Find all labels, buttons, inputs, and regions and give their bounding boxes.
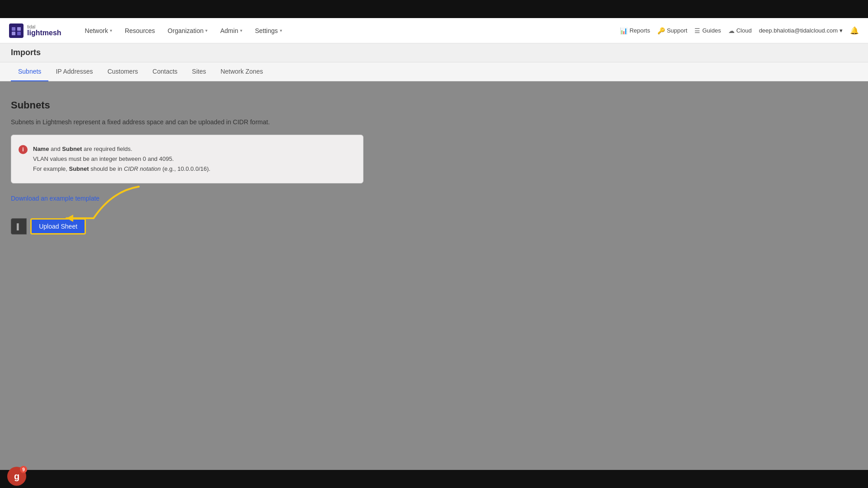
nav-guides[interactable]: ☰ Guides (694, 27, 721, 34)
page-header: Imports (0, 43, 868, 62)
upload-area: ▌ Upload Sheet (11, 218, 857, 235)
organization-chevron: ▾ (205, 28, 208, 33)
content-area: Subnets Subnets in Lightmesh represent a… (0, 81, 868, 253)
user-menu[interactable]: deep.bhalotia@tidalcloud.com ▾ (759, 27, 843, 34)
nav-cloud[interactable]: ☁ Cloud (728, 27, 752, 34)
notification-bell-icon[interactable]: 🔔 (850, 26, 859, 35)
logo-icon (9, 23, 24, 38)
nav-support[interactable]: 🔑 Support (657, 27, 688, 34)
info-line-1: Name and Subnet are required fields. (33, 144, 210, 154)
nav-settings[interactable]: Settings ▾ (250, 24, 288, 37)
subnets-description: Subnets in Lightmesh represent a fixed a… (11, 118, 857, 126)
nav-items: Network ▾ Resources Organization ▾ Admin… (80, 24, 620, 37)
grammarly-badge: 9 (20, 466, 27, 473)
nav-resources[interactable]: Resources (119, 24, 160, 37)
upload-sheet-button[interactable]: Upload Sheet (30, 218, 86, 235)
svg-rect-4 (17, 32, 21, 35)
admin-chevron: ▾ (240, 28, 242, 33)
info-icon: i (19, 145, 28, 154)
svg-rect-0 (9, 23, 24, 38)
info-box: i Name and Subnet are required fields. V… (11, 135, 363, 183)
tab-sites[interactable]: Sites (185, 62, 213, 81)
cloud-icon: ☁ (728, 27, 735, 34)
support-icon: 🔑 (657, 27, 665, 34)
page-title: Imports (11, 48, 857, 57)
info-line-3: For example, Subnet should be in CIDR no… (33, 164, 210, 174)
file-input[interactable]: ▌ (11, 218, 27, 235)
network-chevron: ▾ (110, 28, 112, 33)
download-template-link[interactable]: Download an example template (11, 195, 99, 202)
info-line-2: VLAN values must be an integer between 0… (33, 154, 210, 164)
settings-chevron: ▾ (280, 28, 282, 33)
tab-contacts[interactable]: Contacts (145, 62, 184, 81)
navbar: tidal lightmesh Network ▾ Resources Orga… (0, 18, 868, 43)
annotation-container: Upload Sheet (30, 218, 86, 235)
user-chevron: ▾ (840, 27, 843, 34)
nav-reports[interactable]: 📊 Reports (620, 27, 650, 34)
logo-lightmesh-text: lightmesh (27, 29, 61, 37)
tabs-bar: Subnets IP Addresses Customers Contacts … (0, 62, 868, 81)
grammarly-letter: g (14, 471, 19, 482)
svg-rect-2 (17, 27, 21, 31)
reports-icon: 📊 (620, 27, 627, 34)
nav-right: 📊 Reports 🔑 Support ☰ Guides ☁ Cloud dee… (620, 26, 859, 35)
logo[interactable]: tidal lightmesh (9, 23, 61, 38)
svg-rect-3 (12, 32, 15, 35)
nav-network[interactable]: Network ▾ (80, 24, 118, 37)
tab-network-zones[interactable]: Network Zones (213, 62, 270, 81)
nav-organization[interactable]: Organization ▾ (162, 24, 213, 37)
guides-icon: ☰ (694, 27, 700, 34)
logo-text: tidal lightmesh (27, 25, 61, 37)
subnets-section-title: Subnets (11, 99, 857, 111)
svg-rect-1 (12, 27, 15, 31)
nav-admin[interactable]: Admin ▾ (215, 24, 248, 37)
tab-customers[interactable]: Customers (100, 62, 146, 81)
logo-tidal-text: tidal (27, 25, 61, 29)
tab-subnets[interactable]: Subnets (11, 62, 48, 81)
grammarly-icon[interactable]: g 9 (7, 467, 26, 486)
tab-ip-addresses[interactable]: IP Addresses (48, 62, 100, 81)
top-bar (0, 0, 868, 18)
main-content: Subnets IP Addresses Customers Contacts … (0, 62, 868, 488)
info-content: Name and Subnet are required fields. VLA… (33, 144, 210, 174)
bottom-bar (0, 470, 868, 488)
